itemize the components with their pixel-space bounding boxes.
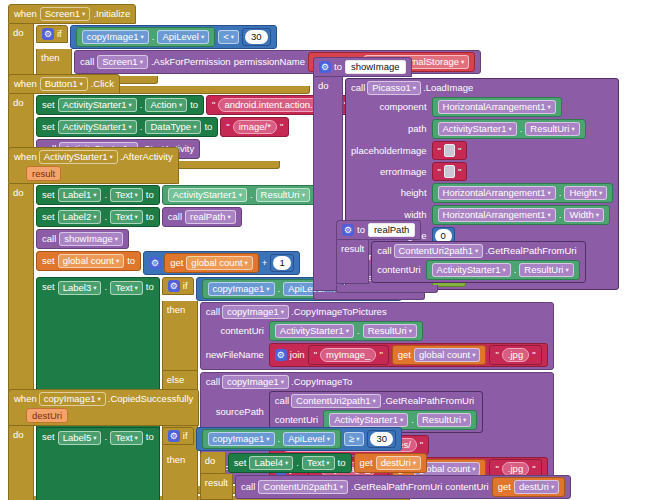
- event-header[interactable]: when copyImage1▾ .CopiedSuccessfully des…: [8, 389, 199, 426]
- procedure-name-field[interactable]: showImage: [345, 60, 406, 74]
- dropdown-button1[interactable]: Button1▾: [40, 77, 88, 91]
- param-desturi[interactable]: destUri: [26, 408, 68, 423]
- dropdown-text[interactable]: Text▾: [110, 281, 143, 295]
- dropdown-screen1[interactable]: Screen1▾: [40, 7, 91, 21]
- dropdown-text[interactable]: Text▾: [110, 188, 143, 202]
- block-if-else[interactable]: ⚙ if copyImage1▾ . ApiLevel▾ ≥▾ 30: [162, 427, 571, 500]
- dropdown-label3[interactable]: Label3▾: [58, 281, 102, 295]
- dropdown-activitystarter1[interactable]: ActivityStarter1▾: [58, 120, 137, 134]
- block-text-errorimage[interactable]: "": [432, 162, 468, 181]
- dropdown-activitystarter1[interactable]: ActivityStarter1▾: [168, 188, 247, 202]
- param-result[interactable]: result: [26, 166, 61, 181]
- dropdown-label5[interactable]: Label5▾: [58, 431, 102, 445]
- block-math-add[interactable]: ⚙ get global count▾ + 1: [143, 251, 300, 275]
- block-call-realpath[interactable]: call realPath▾: [162, 207, 242, 227]
- text-field[interactable]: myImage_: [320, 348, 376, 362]
- dropdown-text[interactable]: Text▾: [302, 456, 335, 470]
- if-header[interactable]: ⚙ if: [162, 427, 194, 445]
- dropdown-screen1[interactable]: Screen1▾: [97, 55, 148, 69]
- if-header[interactable]: ⚙ if: [162, 277, 194, 295]
- procedure-header[interactable]: ⚙ to showImage: [313, 57, 412, 77]
- block-property-height[interactable]: HorizontalArrangement1▾ . Height▾: [432, 183, 614, 203]
- dropdown-text[interactable]: Text▾: [110, 431, 143, 445]
- dropdown-copyimage1[interactable]: copyImage1▾: [208, 282, 275, 296]
- block-property-resulturi[interactable]: ActivityStarter1▾ . ResultUri▾: [269, 321, 423, 341]
- block-set-global-count[interactable]: set global count▾ to: [36, 251, 141, 271]
- block-join[interactable]: ⚙ join "myImage_" get global count▾ ".jp: [269, 343, 548, 367]
- block-property-apilevel[interactable]: copyImage1▾ . ApiLevel▾: [202, 429, 341, 449]
- event-header[interactable]: when Button1▾ .Click: [8, 74, 120, 94]
- dropdown-contenturi2path1[interactable]: ContentUri2path1▾: [394, 244, 484, 258]
- block-set-label5-text[interactable]: set Label5▾ . Text▾ to: [36, 427, 160, 500]
- dropdown-realpath[interactable]: realPath▾: [185, 210, 236, 224]
- mutator-gear-icon[interactable]: ⚙: [42, 28, 54, 40]
- dropdown-copyimage1[interactable]: copyImage1▾: [82, 30, 149, 44]
- block-set-label1-text[interactable]: set Label1▾ . Text▾ to: [36, 185, 160, 205]
- dropdown-desturi[interactable]: destUri▾: [376, 456, 421, 470]
- dropdown-horizontalarrangement1[interactable]: HorizontalArrangement1▾: [438, 100, 556, 114]
- block-text-jpg[interactable]: ".jpg": [489, 345, 541, 365]
- block-property-resulturi[interactable]: ActivityStarter1▾ . ResultUri▾: [432, 119, 586, 139]
- dropdown-global-count[interactable]: global count▾: [186, 256, 253, 270]
- number-field[interactable]: 30: [245, 30, 268, 44]
- dropdown-copyimage1[interactable]: copyImage1▾: [222, 305, 289, 319]
- dropdown-global-count[interactable]: global count▾: [414, 348, 481, 362]
- dropdown-compare-op[interactable]: <▾: [218, 30, 239, 44]
- block-set-label4-text[interactable]: set Label4▾ . Text▾ to: [228, 453, 352, 473]
- dropdown-activitystarter1[interactable]: ActivityStarter1▾: [39, 150, 118, 164]
- block-procedure-realpath[interactable]: ⚙ to realPath result call ContentUri2pat…: [336, 220, 586, 293]
- block-compare-gte[interactable]: copyImage1▾ . ApiLevel▾ ≥▾ 30: [196, 427, 402, 451]
- dropdown-copyimage1[interactable]: copyImage1▾: [208, 432, 275, 446]
- dropdown-picasso1[interactable]: Picasso1▾: [367, 81, 421, 95]
- mutator-gear-icon[interactable]: ⚙: [149, 257, 161, 269]
- dropdown-activitystarter1[interactable]: ActivityStarter1▾: [58, 98, 137, 112]
- blocks-workspace[interactable]: when Screen1▾ .Initialize do ⚙ if copyIm…: [0, 0, 666, 500]
- dropdown-horizontalarrangement1[interactable]: HorizontalArrangement1▾: [438, 186, 556, 200]
- mutator-gear-icon[interactable]: ⚙: [275, 349, 287, 361]
- block-component-ha1[interactable]: HorizontalArrangement1▾: [432, 97, 562, 117]
- block-set-action[interactable]: set ActivityStarter1▾ . Action▾ to: [36, 95, 204, 115]
- procedure-header[interactable]: ⚙ to realPath: [336, 220, 421, 240]
- block-do-result[interactable]: do set Label4▾ . Text▾: [200, 452, 571, 500]
- block-get-desturi[interactable]: get destUri▾: [492, 477, 566, 497]
- block-number-30[interactable]: 30: [367, 430, 396, 448]
- mutator-gear-icon[interactable]: ⚙: [168, 430, 180, 442]
- block-call-copyimagetopictures[interactable]: call copyImage1▾ .CopyImageToPictures co…: [200, 302, 554, 370]
- event-header[interactable]: when ActivityStarter1▾ .AfterActivity re…: [8, 147, 179, 184]
- dropdown-resulturi[interactable]: ResultUri▾: [256, 188, 310, 202]
- dropdown-apilevel[interactable]: ApiLevel▾: [157, 30, 209, 44]
- block-get-desturi[interactable]: get destUri▾: [354, 453, 428, 473]
- mutator-gear-icon[interactable]: ⚙: [168, 280, 180, 292]
- number-field[interactable]: 30: [370, 432, 393, 446]
- block-call-getrealpath[interactable]: call ContentUri2path1▾ .GetRealPathFromU…: [371, 241, 585, 283]
- dropdown-text[interactable]: Text▾: [110, 210, 143, 224]
- event-header[interactable]: when Screen1▾ .Initialize: [8, 4, 136, 24]
- dropdown-desturi[interactable]: destUri▾: [514, 480, 559, 494]
- block-set-label2-text[interactable]: set Label2▾ . Text▾ to: [36, 207, 160, 227]
- block-get-global-count[interactable]: get global count▾: [164, 253, 259, 273]
- procedure-name-field[interactable]: realPath: [368, 223, 415, 237]
- dropdown-resulturi[interactable]: ResultUri▾: [363, 324, 417, 338]
- block-set-datatype[interactable]: set ActivityStarter1▾ . DataType▾ to: [36, 117, 218, 137]
- block-property-resulturi[interactable]: ActivityStarter1▾ . ResultUri▾: [426, 260, 580, 280]
- mutator-gear-icon[interactable]: ⚙: [342, 224, 354, 236]
- dropdown-datatype[interactable]: DataType▾: [145, 120, 201, 134]
- dropdown-label1[interactable]: Label1▾: [58, 188, 102, 202]
- dropdown-activitystarter1[interactable]: ActivityStarter1▾: [432, 263, 511, 277]
- dropdown-resulturi[interactable]: ResultUri▾: [525, 122, 579, 136]
- block-number-30[interactable]: 30: [242, 28, 271, 46]
- block-call-showimage[interactable]: call showImage▾: [36, 229, 129, 249]
- block-property-resulturi[interactable]: ActivityStarter1▾ . ResultUri▾: [162, 185, 316, 205]
- dropdown-activitystarter1[interactable]: ActivityStarter1▾: [438, 122, 517, 136]
- block-call-getrealpath[interactable]: call ContentUri2path1▾ .GetRealPathFromU…: [235, 475, 571, 499]
- dropdown-contenturi2path1[interactable]: ContentUri2path1▾: [258, 480, 348, 494]
- dropdown-copyimage1[interactable]: copyImage1▾: [222, 375, 289, 389]
- number-field[interactable]: 1: [273, 256, 290, 270]
- block-when-copiedsuccessfully[interactable]: when copyImage1▾ .CopiedSuccessfully des…: [8, 389, 571, 500]
- dropdown-resulturi[interactable]: ResultUri▾: [519, 263, 573, 277]
- dropdown-showimage[interactable]: showImage▾: [59, 232, 123, 246]
- block-property-apilevel[interactable]: copyImage1▾ . ApiLevel▾: [76, 27, 215, 47]
- dropdown-compare-op[interactable]: ≥▾: [344, 432, 364, 446]
- block-text-image[interactable]: " image/* ": [220, 117, 289, 137]
- dropdown-height[interactable]: Height▾: [564, 186, 607, 200]
